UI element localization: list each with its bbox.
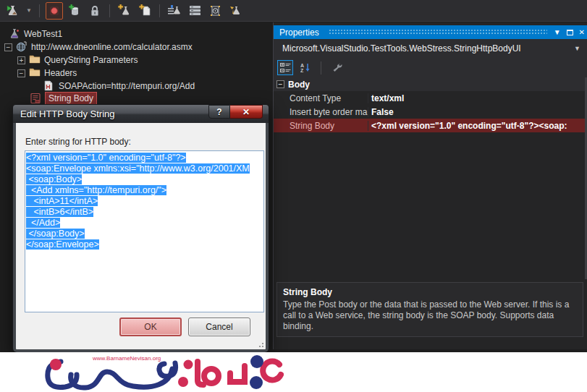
edit-http-body-dialog: Edit HTTP Body String ? ✕ Enter string f… [13, 105, 269, 352]
find-target-button[interactable] [206, 2, 224, 20]
chevron-down-icon: ▼ [574, 45, 580, 52]
barnamenevisan-logo: www.BarnameNevisan.org [14, 353, 284, 391]
tree-item-label: Headers [44, 68, 77, 78]
webtest-toolbar: ▼ [0, 0, 587, 22]
add-data-source-icon [68, 4, 81, 17]
wrench-icon [331, 63, 342, 72]
property-name: String Body [274, 121, 368, 131]
properties-panel: Properties ▼ ✕ Microsoft.VisualStudio.Te… [273, 22, 587, 349]
object-selector-dropdown[interactable]: Microsoft.VisualStudio.TestTools.WebStre… [274, 39, 587, 58]
category-label: Body [288, 80, 310, 90]
resize-grip[interactable] [257, 341, 264, 348]
add-data-source-button[interactable] [66, 2, 83, 20]
window-position-icon[interactable]: ▼ [554, 28, 561, 36]
body-string-label: Enter string for HTTP body: [25, 137, 131, 147]
tree-item-label: http://www.dneonline.com/calculator.asmx [31, 42, 193, 52]
close-icon: ✕ [242, 107, 250, 117]
lock-icon [90, 5, 100, 17]
tree-item-request-url[interactable]: − http://www.dneonline.com/calculator.as… [0, 41, 193, 54]
property-value[interactable]: text/xml [368, 93, 585, 103]
cancel-button[interactable]: Cancel [188, 318, 250, 336]
dialog-title-bar[interactable]: Edit HTTP Body String ? ✕ [13, 105, 269, 123]
dialog-title: Edit HTTP Body String [20, 108, 115, 119]
property-value[interactable]: <?xml version="1.0" encoding="utf-8"?><s… [368, 121, 585, 131]
tree-item-label: SOAPAction=http://tempuri.org/Add [59, 81, 195, 91]
logo-url-text: www.BarnameNevisan.org [92, 355, 161, 362]
expand-expander[interactable]: + [17, 56, 25, 64]
folder-icon [29, 54, 41, 66]
titlebar-texture [329, 29, 547, 35]
properties-grid: − Body Content Type text/xml Insert byte… [274, 77, 587, 279]
xml-line: </Add> [26, 218, 263, 229]
xml-line: </soap:Envelope> [26, 239, 263, 250]
toolbar-separator [159, 4, 160, 17]
parameterize-icon [168, 5, 182, 17]
logo-dot [250, 376, 263, 389]
xml-line: <intA>11</intA> [26, 196, 263, 207]
record-button[interactable] [46, 2, 63, 20]
help-button[interactable]: ? [208, 105, 230, 119]
property-row-insert-bom[interactable]: Insert byte order mark False [274, 105, 585, 119]
tree-item-label: QueryString Parameters [44, 55, 138, 65]
logo-dot [250, 355, 263, 368]
tree-item-string-body[interactable]: String Body [0, 92, 97, 105]
help-icon: ? [216, 107, 221, 117]
xml-line: <?xml version="1.0" encoding="utf-8"?> [26, 153, 263, 163]
object-selector-value: Microsoft.VisualStudio.TestTools.WebStre… [282, 43, 521, 54]
tree-item-headers[interactable]: − Headers [0, 67, 77, 80]
add-web-test-icon [118, 4, 131, 17]
property-row-content-type[interactable]: Content Type text/xml [274, 91, 585, 105]
alphabetical-sort-button[interactable]: A Z [297, 60, 313, 75]
description-title: String Body [283, 287, 577, 297]
collapse-expander[interactable]: − [4, 43, 12, 51]
tree-item-querystring-parameters[interactable]: + QueryString Parameters [0, 54, 138, 67]
string-body-icon [30, 93, 41, 104]
tree-item-label: WebTest1 [24, 29, 62, 39]
add-web-test-button[interactable] [116, 2, 133, 20]
web-servers-button[interactable] [186, 2, 203, 20]
http-body-textarea[interactable]: <?xml version="1.0" encoding="utf-8"?> <… [25, 150, 264, 312]
toolbar-separator [321, 61, 321, 74]
visual-studio-window: ▼ [0, 0, 587, 392]
toolbar-separator [109, 4, 110, 17]
xml-line: </soap:Body> [26, 229, 263, 239]
xml-line: <Add xmlns="http://tempuri.org/"> [26, 185, 263, 196]
collapse-expander[interactable]: − [17, 69, 25, 77]
xml-line: <intB>6</intB> [26, 207, 263, 218]
globe-icon [16, 41, 28, 53]
alphabetical-sort-icon: A Z [300, 62, 311, 73]
property-value[interactable]: False [368, 107, 585, 117]
close-icon[interactable]: ✕ [579, 28, 585, 36]
tree-item-webtest1[interactable]: WebTest1 [0, 27, 62, 41]
set-credentials-button[interactable] [86, 2, 104, 20]
plugin-flask-icon [229, 5, 242, 17]
ok-button[interactable]: OK [119, 318, 182, 336]
add-recording-button[interactable] [136, 2, 153, 20]
add-document-icon [139, 4, 151, 17]
folder-icon [29, 67, 41, 79]
tree-item-soapaction-header[interactable]: SOAPAction=http://tempuri.org/Add [0, 80, 195, 93]
properties-toolbar: A Z [274, 58, 587, 77]
run-test-dropdown[interactable]: ▼ [25, 7, 33, 14]
category-collapse-expander[interactable]: − [276, 80, 284, 88]
category-row-body[interactable]: − Body [274, 77, 585, 91]
property-pages-button[interactable] [329, 60, 345, 75]
record-icon [49, 6, 59, 16]
property-description: String Body Type the Post body or the da… [276, 282, 583, 337]
parameterize-web-servers-button[interactable] [166, 2, 183, 20]
servers-icon [189, 5, 201, 16]
property-name: Insert byte order mark [274, 107, 368, 117]
xml-line: <soap:Envelope xmlns:xsi="http://www.w3.… [26, 163, 263, 174]
xml-line: <soap:Body> [26, 174, 263, 185]
close-button[interactable]: ✕ [230, 105, 263, 119]
property-name: Content Type [274, 93, 368, 103]
categorized-icon [280, 63, 291, 73]
add-plugin-button[interactable] [227, 2, 244, 20]
properties-title-bar[interactable]: Properties ▼ ✕ [274, 25, 587, 39]
svg-text:A: A [300, 63, 304, 68]
maximize-icon[interactable] [567, 30, 573, 35]
property-row-string-body[interactable]: String Body <?xml version="1.0" encoding… [274, 119, 585, 132]
run-test-button[interactable] [4, 2, 22, 20]
categorized-button[interactable] [277, 60, 293, 75]
svg-text:Z: Z [300, 68, 304, 73]
